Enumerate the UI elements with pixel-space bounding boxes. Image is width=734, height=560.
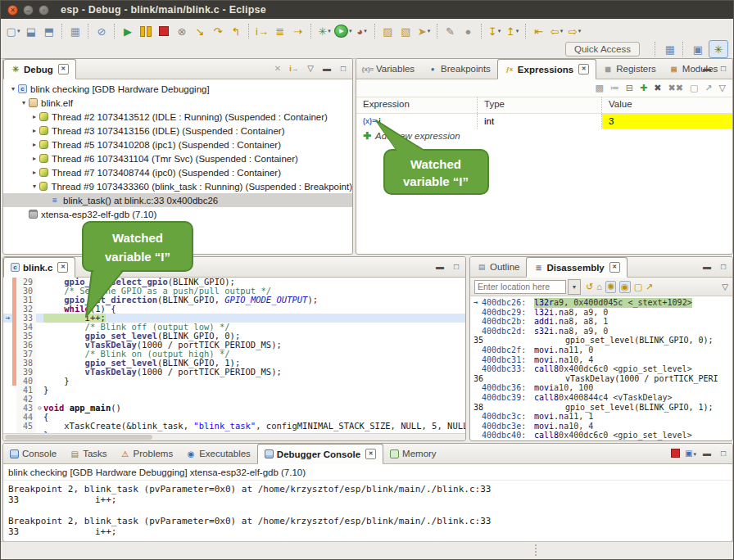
open-type-icon[interactable]: ▨ — [379, 22, 397, 40]
remove-terminated-icon[interactable]: ✕ — [272, 64, 283, 73]
clean-icon[interactable]: ● — [460, 22, 478, 40]
sash-handle[interactable] — [535, 544, 537, 558]
tree-row[interactable]: ▸Thread #3 1073413156 (IDLE) (Suspended … — [3, 124, 352, 138]
tree-row[interactable]: ▸Thread #2 1073413512 (IDLE : Running) (… — [3, 110, 352, 124]
home-icon[interactable]: ⌂ — [596, 282, 602, 291]
view-menu-icon[interactable]: ▽ — [305, 64, 316, 73]
location-input[interactable] — [474, 280, 566, 294]
suspend-icon[interactable] — [137, 22, 155, 40]
disassembly-row[interactable]: vTaskDelay(1000 / portTICK_PERI — [470, 440, 732, 441]
minimize-view-icon[interactable]: ▬ — [701, 449, 713, 458]
maximize-view-icon[interactable]: □ — [451, 262, 462, 271]
window-close-button[interactable]: ✕ — [7, 5, 18, 16]
line-number[interactable]: 45 — [16, 422, 36, 431]
dropdown-caret-icon[interactable]: ▾ — [364, 28, 367, 34]
view-menu-icon[interactable]: ▽ — [719, 83, 726, 93]
tab-console[interactable]: Console — [3, 444, 63, 463]
disassembly-row[interactable]: 400dbc2f:movi.na11, 0 — [470, 345, 732, 355]
line-number[interactable]: 38 — [16, 359, 36, 368]
build-icon[interactable]: ▦ — [66, 22, 84, 40]
new-view-icon[interactable]: ▢ — [634, 282, 642, 292]
code-line[interactable]: 45 xTaskCreate(&blink_task, "blink_task"… — [3, 422, 465, 431]
run-icon[interactable]: ▶▾ — [333, 22, 353, 40]
disassembly-row[interactable]: 400dbc36:movia10, 100 — [470, 383, 732, 393]
remove-all-expressions-icon[interactable]: ✖✖ — [668, 83, 682, 93]
line-number[interactable]: 29 — [16, 278, 36, 287]
minimize-view-icon[interactable]: ▬ — [701, 262, 713, 271]
disassembly-row[interactable]: 35gpio_set_level(BLINK_GPIO, 0); — [470, 336, 732, 345]
close-icon[interactable]: ✕ — [578, 64, 589, 75]
tree-row[interactable]: ▸Thread #6 1073431104 (Tmr Svc) (Suspend… — [3, 151, 352, 165]
column-type[interactable]: Type — [478, 97, 602, 113]
line-number[interactable]: 43 — [16, 404, 36, 413]
view-menu-icon[interactable]: ▽ — [719, 282, 731, 291]
disconnect-icon[interactable]: ⊗ — [173, 22, 191, 40]
instruction-step-mode-icon[interactable]: i→ — [288, 65, 300, 73]
disassembly-row[interactable]: →400dbc26:l32ra9, 0x400d045c <_stext+109… — [470, 298, 732, 308]
tab-registers[interactable]: ▦Registers — [596, 59, 663, 79]
column-value[interactable]: Value — [602, 97, 732, 113]
quick-access-button[interactable]: Quick Access — [565, 42, 640, 56]
line-number[interactable]: 37 — [16, 350, 36, 359]
open-perspective-icon[interactable]: ▦ — [661, 41, 679, 57]
tab-variables[interactable]: (x)=Variables — [356, 59, 421, 79]
tree-row[interactable]: ▾blink.elf — [3, 96, 352, 110]
tab-memory[interactable]: Memory — [383, 444, 443, 463]
window-minimize-button[interactable]: – — [23, 5, 34, 16]
line-number[interactable]: 44 — [16, 413, 36, 422]
code-line[interactable]: 41} — [3, 386, 465, 395]
terminate-icon[interactable] — [155, 22, 173, 40]
tab-debug[interactable]: ✳ Debug ✕ — [3, 59, 76, 79]
step-return-icon[interactable]: ↰ — [227, 22, 245, 40]
line-number[interactable]: 41 — [16, 386, 36, 395]
location-dropdown-icon[interactable]: ▼ — [568, 279, 581, 295]
instruction-pointer-icon[interactable]: → — [3, 314, 12, 323]
next-annotation-icon[interactable]: ↧▾ — [486, 22, 504, 40]
tree-row[interactable]: ▸Thread #7 1073408744 (ipc0) (Suspended … — [3, 165, 352, 179]
line-number[interactable]: 39 — [16, 368, 36, 377]
code-line[interactable]: 43⊖void app_main() — [3, 404, 465, 413]
disassembly-row[interactable]: 400dbc39:call80x400844c4 <vTaskDelay> — [470, 393, 732, 403]
save-all-icon[interactable]: ⬒ — [40, 22, 58, 40]
tab-blink-c[interactable]: c blink.c ✕ — [3, 257, 75, 278]
sync-selection-icon[interactable]: ◉ — [619, 281, 631, 293]
pin-view-icon[interactable]: ↗ — [646, 282, 653, 292]
step-over-icon[interactable]: ↷ — [209, 22, 227, 40]
tree-row[interactable]: ▾Thread #9 1073433360 (blink_task : Runn… — [3, 179, 352, 193]
expand-arrow-icon[interactable]: ▾ — [19, 99, 29, 106]
follow-pc-icon[interactable]: ✺ — [605, 281, 616, 293]
maximize-view-icon[interactable]: □ — [718, 262, 729, 271]
open-resource-icon[interactable]: ▧ — [397, 22, 415, 40]
step-into-icon[interactable]: ↘ — [191, 22, 209, 40]
resume-icon[interactable]: ▶ — [119, 22, 137, 40]
last-edit-icon[interactable]: ⇤ — [530, 22, 548, 40]
disassembly-row[interactable]: 400dbc3e:movi.na10, 4 — [470, 422, 732, 431]
tab-executables[interactable]: ◉Executables — [179, 444, 257, 463]
terminate-console-icon[interactable] — [671, 449, 680, 458]
collapse-all-icon[interactable]: ⊟ — [626, 83, 633, 93]
tab-breakpoints[interactable]: ●Breakpoints — [421, 59, 497, 79]
new-wizard-icon[interactable]: ▢▾ — [4, 22, 22, 40]
save-icon[interactable]: ⬓ — [22, 22, 40, 40]
dropdown-caret-icon[interactable]: ▾ — [17, 28, 20, 34]
cpp-perspective-icon[interactable]: ▣ — [689, 41, 707, 57]
line-number[interactable]: 40 — [16, 377, 36, 386]
disassembly-row[interactable]: 400dbc29:l32i.na8, a9, 0 — [470, 308, 732, 318]
launch-icon[interactable]: ➤▾ — [415, 22, 433, 40]
tree-row[interactable]: ▸Thread #5 1073410208 (ipc1) (Suspended … — [3, 138, 352, 151]
tab-debugger-console[interactable]: Debugger Console✕ — [257, 444, 383, 464]
close-icon[interactable]: ✕ — [57, 262, 68, 273]
minimize-view-icon[interactable]: ▬ — [701, 64, 713, 73]
instruction-stepping-icon[interactable]: i→ — [253, 22, 271, 40]
line-number[interactable]: 33 — [16, 314, 36, 323]
expand-arrow-icon[interactable]: ▾ — [29, 183, 39, 190]
format-icon[interactable]: ✎ — [442, 22, 460, 40]
tab-outline[interactable]: ▤Outline — [470, 257, 526, 277]
tab-expressions[interactable]: ƒxExpressions✕ — [497, 59, 596, 79]
disassembly-row[interactable]: 400dbc3c:movi.na11, 1 — [470, 412, 732, 422]
remove-expression-icon[interactable]: ✖ — [654, 83, 661, 93]
disassembly-row[interactable]: 400dbc31:movi.na10, 4 — [470, 355, 732, 365]
dropdown-caret-icon[interactable]: ▾ — [578, 28, 582, 34]
expand-arrow-icon[interactable]: ▸ — [29, 113, 39, 120]
dropdown-caret-icon[interactable]: ▾ — [428, 28, 431, 34]
